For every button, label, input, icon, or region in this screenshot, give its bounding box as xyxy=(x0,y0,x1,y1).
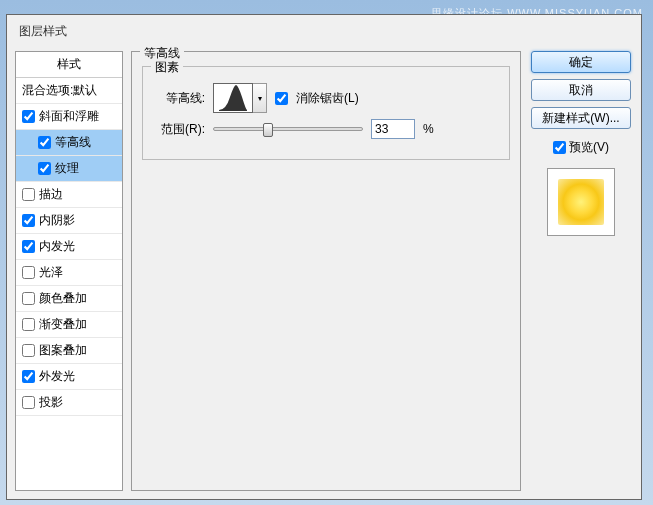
style-item[interactable]: 颜色叠加 xyxy=(16,286,122,312)
style-item-label: 纹理 xyxy=(55,160,79,177)
style-item[interactable]: 斜面和浮雕 xyxy=(16,104,122,130)
antialias-label: 消除锯齿(L) xyxy=(296,90,359,107)
style-item[interactable]: 图案叠加 xyxy=(16,338,122,364)
dialog-content: 样式 混合选项:默认斜面和浮雕等高线纹理描边内阴影内发光光泽颜色叠加渐变叠加图案… xyxy=(7,47,641,499)
style-checkbox[interactable] xyxy=(22,110,35,123)
style-item-label: 内发光 xyxy=(39,238,75,255)
style-item[interactable]: 描边 xyxy=(16,182,122,208)
style-item-label: 混合选项:默认 xyxy=(22,82,97,99)
style-checkbox[interactable] xyxy=(22,396,35,409)
style-checkbox[interactable] xyxy=(22,240,35,253)
preview-thumbnail xyxy=(558,179,604,225)
style-item-label: 投影 xyxy=(39,394,63,411)
style-item-label: 颜色叠加 xyxy=(39,290,87,307)
style-item[interactable]: 混合选项:默认 xyxy=(16,78,122,104)
contour-picker[interactable] xyxy=(213,83,253,113)
styles-header: 样式 xyxy=(16,52,122,78)
style-item[interactable]: 外发光 xyxy=(16,364,122,390)
style-item-label: 描边 xyxy=(39,186,63,203)
style-item-label: 内阴影 xyxy=(39,212,75,229)
range-slider-thumb[interactable] xyxy=(263,123,273,137)
style-checkbox[interactable] xyxy=(22,344,35,357)
style-item-label: 斜面和浮雕 xyxy=(39,108,99,125)
layer-style-dialog: 图层样式 样式 混合选项:默认斜面和浮雕等高线纹理描边内阴影内发光光泽颜色叠加渐… xyxy=(6,14,642,500)
style-item-label: 等高线 xyxy=(55,134,91,151)
preview-box xyxy=(547,168,615,236)
style-item-label: 光泽 xyxy=(39,264,63,281)
style-checkbox[interactable] xyxy=(22,292,35,305)
style-checkbox[interactable] xyxy=(22,370,35,383)
contour-dropdown-arrow[interactable]: ▾ xyxy=(253,83,267,113)
style-item[interactable]: 投影 xyxy=(16,390,122,416)
antialias-checkbox[interactable] xyxy=(275,92,288,105)
right-button-panel: 确定 取消 新建样式(W)... 预览(V) xyxy=(529,51,633,491)
style-item-label: 外发光 xyxy=(39,368,75,385)
range-slider[interactable] xyxy=(213,127,363,131)
style-checkbox[interactable] xyxy=(38,136,51,149)
style-item[interactable]: 内阴影 xyxy=(16,208,122,234)
style-checkbox[interactable] xyxy=(22,214,35,227)
style-checkbox[interactable] xyxy=(22,266,35,279)
style-checkbox[interactable] xyxy=(22,188,35,201)
dialog-title: 图层样式 xyxy=(7,15,641,47)
range-input[interactable] xyxy=(371,119,415,139)
range-label: 范围(R): xyxy=(155,121,205,138)
style-item[interactable]: 等高线 xyxy=(16,130,122,156)
styles-list-panel: 样式 混合选项:默认斜面和浮雕等高线纹理描边内阴影内发光光泽颜色叠加渐变叠加图案… xyxy=(15,51,123,491)
style-item[interactable]: 内发光 xyxy=(16,234,122,260)
style-item-label: 渐变叠加 xyxy=(39,316,87,333)
range-row: 范围(R): % xyxy=(155,119,497,139)
preview-toggle-row: 预览(V) xyxy=(553,139,609,156)
style-checkbox[interactable] xyxy=(38,162,51,175)
style-checkbox[interactable] xyxy=(22,318,35,331)
cancel-button[interactable]: 取消 xyxy=(531,79,631,101)
style-item[interactable]: 光泽 xyxy=(16,260,122,286)
settings-panel: 等高线 图素 等高线: ▾ 消除锯齿(L) 范围(R): xyxy=(131,51,521,491)
new-style-button[interactable]: 新建样式(W)... xyxy=(531,107,631,129)
style-item[interactable]: 渐变叠加 xyxy=(16,312,122,338)
range-unit: % xyxy=(423,122,434,136)
contour-label: 等高线: xyxy=(155,90,205,107)
elements-fieldset: 图素 等高线: ▾ 消除锯齿(L) 范围(R): xyxy=(142,66,510,160)
contour-row: 等高线: ▾ 消除锯齿(L) xyxy=(155,83,497,113)
preview-label: 预览(V) xyxy=(569,139,609,156)
style-item[interactable]: 纹理 xyxy=(16,156,122,182)
preview-checkbox[interactable] xyxy=(553,141,566,154)
style-item-label: 图案叠加 xyxy=(39,342,87,359)
ok-button[interactable]: 确定 xyxy=(531,51,631,73)
fieldset-title: 图素 xyxy=(151,59,183,76)
